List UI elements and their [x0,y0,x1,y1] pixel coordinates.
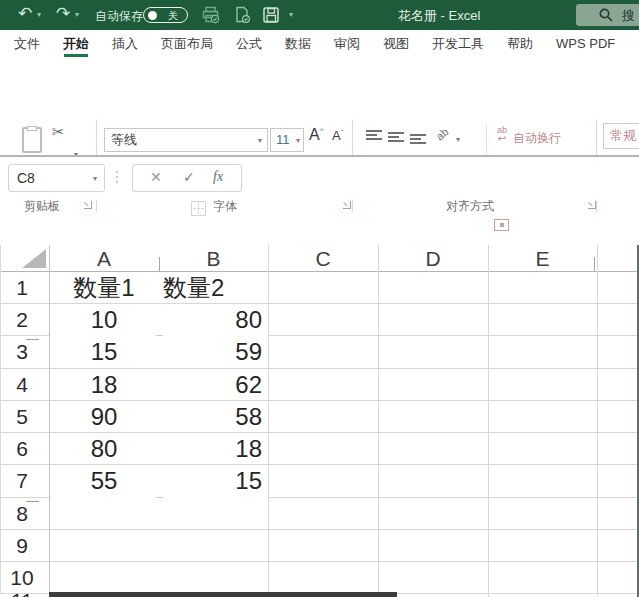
redo-icon[interactable]: ↷ [56,3,70,25]
name-box-value: C8 [17,170,35,186]
orientation-chevron-down-icon[interactable]: ▾ [456,136,460,144]
row-header-9[interactable]: 9 [0,529,44,561]
search-box[interactable]: 搜 [576,4,639,26]
wrap-return-glyph: ↩ [494,134,510,144]
font-dialog-launcher[interactable] [343,201,351,209]
alignment-dialog-launcher[interactable] [588,201,596,209]
clipboard-dialog-launcher[interactable] [84,201,92,209]
gridline [268,335,637,336]
gridline [0,368,637,369]
save-icon[interactable] [262,6,280,28]
floppy-glyph [262,6,280,24]
cell-b7[interactable]: 15 [159,464,265,496]
cell-b3[interactable]: 59 [159,335,265,367]
gridline [378,245,379,597]
row-header-2[interactable]: 2 [0,303,44,335]
cell-a6[interactable]: 80 [49,432,159,464]
cell-a7[interactable]: 55 [49,464,159,496]
row-header-1[interactable]: 1 [0,271,44,303]
column-header-b[interactable]: B [159,246,268,271]
row-header-7[interactable]: 7 [0,464,44,496]
column-header-c[interactable]: C [268,246,378,271]
formula-input[interactable] [246,164,636,192]
undo-chevron-down-icon[interactable]: ▾ [37,10,41,19]
cell-b2[interactable]: 80 [159,303,265,335]
grow-font-button[interactable]: A^ [309,126,323,144]
active-tab-underline [64,54,88,57]
orientation-icon[interactable]: ab [434,125,451,142]
cell-a1[interactable]: 数量1 [49,271,159,303]
align-top-icon[interactable] [366,130,382,144]
cell-b5[interactable]: 58 [159,400,265,432]
undo-icon[interactable]: ↶ [18,3,32,25]
separator-dots[interactable] [116,168,118,186]
cut-icon[interactable]: ✂ [52,123,65,141]
shrink-caret-icon: ˇ [341,128,344,137]
redo-chevron-down-icon[interactable]: ▾ [75,10,79,19]
tab-formulas[interactable]: 公式 [236,30,262,58]
wrap-text-label[interactable]: 自动换行 [513,130,561,147]
insert-function-icon[interactable]: fx [213,169,223,185]
document-badge-icon[interactable] [233,6,251,28]
autosave-toggle[interactable]: 关 [143,7,188,23]
row-header-6[interactable]: 6 [0,432,44,464]
tab-insert[interactable]: 插入 [112,30,138,58]
tab-wps-pdf[interactable]: WPS PDF [556,30,615,58]
font-size-combo[interactable]: 11 ▾ [270,128,304,152]
cancel-icon[interactable]: ✕ [150,169,162,185]
tab-home-label: 开始 [63,36,89,51]
gridline [488,245,489,597]
align-middle-icon[interactable] [388,130,404,144]
cell-a5[interactable]: 90 [49,400,159,432]
tab-developer[interactable]: 开发工具 [432,30,484,58]
cell-b4[interactable]: 62 [159,368,265,400]
header-bottom-line [0,271,637,272]
number-format-value: 常规 [610,127,636,145]
tab-help[interactable]: 帮助 [507,30,533,58]
font-group-label: 字体 [198,198,252,215]
align-bottom-icon[interactable] [410,130,426,144]
tab-review[interactable]: 审阅 [334,30,360,58]
column-header-d[interactable]: D [378,246,488,271]
gridline [0,432,637,433]
merge-center-icon[interactable] [494,219,509,231]
cell-a2[interactable]: 10 [49,303,159,335]
tab-file[interactable]: 文件 [14,30,40,58]
gridline-artifact [26,339,39,340]
grow-font-letter: A [309,126,320,143]
select-all-corner[interactable] [22,249,46,268]
font-name-value: 等线 [111,129,137,151]
clipboard-group-label: 剪贴板 [14,198,70,215]
gridline-artifact [26,501,39,502]
enter-icon[interactable]: ✓ [183,169,195,185]
wrap-text-icon[interactable]: ab ↩ [494,126,510,144]
paste-button-icon[interactable] [22,127,42,153]
font-name-chevron-down-icon: ▾ [258,137,262,145]
excel-window: ↶ ▾ ↷ ▾ 自动保存 关 [0,0,639,597]
grid-left-border [0,245,1,593]
row-header-4[interactable]: 4 [0,368,44,400]
quick-print-icon[interactable] [202,6,220,28]
tab-home[interactable]: 开始 [63,30,89,58]
row11-object-edge [49,592,397,597]
gridline [268,497,637,498]
row-header-10[interactable]: 10 [0,561,44,593]
column-header-e[interactable]: E [488,246,597,271]
shrink-font-button[interactable]: Aˇ [332,128,343,143]
number-format-combo[interactable]: 常规 [603,123,639,149]
tab-page-layout[interactable]: 页面布局 [161,30,213,58]
tab-view[interactable]: 视图 [383,30,409,58]
cell-a3[interactable]: 15 [49,335,159,367]
column-header-a[interactable]: A [49,246,159,271]
row-header-5[interactable]: 5 [0,400,44,432]
cell-a4[interactable]: 18 [49,368,159,400]
font-name-combo[interactable]: 等线 ▾ [104,128,268,152]
gridline [0,529,637,530]
name-box[interactable]: C8 ▾ [8,164,105,192]
spreadsheet-grid[interactable]: A B C D E 1 2 3 4 5 6 7 8 9 10 11 数量1 数量… [0,245,639,597]
gridline [0,335,49,336]
cell-b6[interactable]: 18 [159,432,265,464]
cell-b1[interactable]: 数量2 [163,271,265,303]
tab-data[interactable]: 数据 [285,30,311,58]
quick-access-chevron-down-icon[interactable]: ▾ [289,10,293,19]
